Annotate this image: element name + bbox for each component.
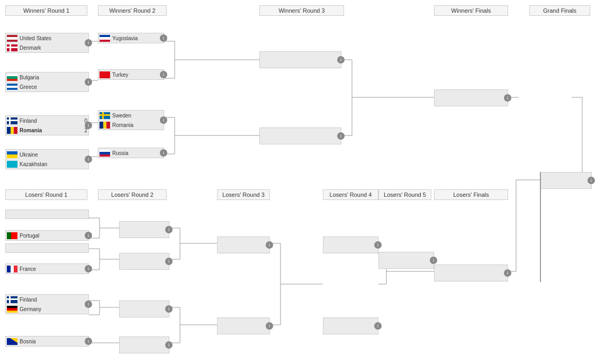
team-pt: Portugal xyxy=(6,231,88,240)
header-winners-r1: Winners' Round 1 xyxy=(5,5,87,16)
info-l2m4[interactable]: i xyxy=(165,341,173,349)
team-kz: Kazakhstan xyxy=(6,159,88,169)
team-name-ua: Ukraine xyxy=(20,152,87,158)
header-winners-finals: Winners' Finals xyxy=(434,5,508,16)
info-w1m1[interactable]: i xyxy=(85,39,92,47)
team-name-bg: Bulgaria xyxy=(20,75,87,80)
team-name-kz: Kazakhstan xyxy=(20,161,87,167)
flag-pt xyxy=(7,232,17,239)
header-winners-r2: Winners' Round 2 xyxy=(98,5,167,16)
info-l3m1[interactable]: i xyxy=(266,241,273,249)
team-ro: Romania 2 xyxy=(6,125,88,135)
flag-kz xyxy=(7,161,17,168)
bracket-container: Winners' Round 1 Winners' Round 2 Winner… xyxy=(0,0,596,364)
l5-match1: i xyxy=(378,252,434,269)
flag-gr xyxy=(7,84,17,90)
team-name-ro: Romania xyxy=(20,128,83,133)
w2-match2: Turkey i xyxy=(98,69,164,80)
info-w2m3[interactable]: i xyxy=(160,116,167,124)
w3-match1: i xyxy=(259,51,341,68)
team-tr: Turkey xyxy=(98,70,164,79)
flag-ro xyxy=(7,127,17,134)
team-name-us: United States xyxy=(20,35,87,41)
info-grand-finals[interactable]: i xyxy=(588,177,595,184)
header-grand-finals: Grand Finals xyxy=(529,5,590,16)
info-w2m1[interactable]: i xyxy=(160,34,167,42)
info-w2m4[interactable]: i xyxy=(160,149,167,157)
l1-match2: France i xyxy=(5,263,89,274)
l1-slot2 xyxy=(5,243,89,253)
info-w1m2[interactable]: i xyxy=(85,78,92,86)
info-l1m2[interactable]: i xyxy=(85,265,92,272)
team-name-ru: Russia xyxy=(112,150,162,156)
info-w1m3[interactable]: i xyxy=(85,122,92,129)
team-fi: Finland 0 xyxy=(6,116,88,125)
header-losers-r5: Losers' Round 5 xyxy=(378,189,431,200)
flag-tr xyxy=(100,71,110,78)
flag-ro2 xyxy=(100,122,110,129)
team-name-ba: Bosnia xyxy=(20,339,87,344)
team-name-fr: France xyxy=(20,266,87,272)
info-l2m3[interactable]: i xyxy=(165,305,173,313)
l2-match3: i xyxy=(119,301,169,317)
l2-match4: i xyxy=(119,336,169,353)
flag-fr xyxy=(7,266,17,272)
info-winners-finals[interactable]: i xyxy=(504,94,511,102)
l3-match2: i xyxy=(217,317,270,334)
team-us: United States xyxy=(6,33,88,43)
team-bg: Bulgaria xyxy=(6,72,88,82)
winners-finals: i xyxy=(434,89,508,106)
info-l3m2[interactable]: i xyxy=(266,322,273,330)
w1-match1: United States Denmark i xyxy=(5,33,89,53)
losers-bracket-right xyxy=(540,172,541,282)
info-l1m3[interactable]: i xyxy=(85,301,92,308)
header-losers-r3: Losers' Round 3 xyxy=(217,189,270,200)
team-name-fi: Finland xyxy=(20,118,83,124)
info-l4m1[interactable]: i xyxy=(374,241,382,249)
w1-match2: Bulgaria Greece i xyxy=(5,72,89,92)
info-losers-finals[interactable]: i xyxy=(504,269,511,277)
flag-dk xyxy=(7,44,17,51)
info-w1m4[interactable]: i xyxy=(85,156,92,163)
team-gr: Greece xyxy=(6,82,88,92)
flag-se xyxy=(100,112,110,119)
info-l2m1[interactable]: i xyxy=(165,226,173,233)
team-name-pt: Portugal xyxy=(20,233,87,239)
team-fr: France xyxy=(6,264,88,274)
info-l5m1[interactable]: i xyxy=(430,257,437,264)
flag-yu xyxy=(100,35,110,42)
team-ro2: Romania xyxy=(98,120,164,130)
losers-finals: i xyxy=(434,265,508,281)
team-name-tr: Turkey xyxy=(112,72,162,78)
team-name-gr: Greece xyxy=(20,84,87,90)
grand-finals: i xyxy=(540,172,592,189)
flag-ua xyxy=(7,151,17,158)
info-l4m2[interactable]: i xyxy=(374,322,382,330)
flag-de xyxy=(7,306,17,313)
info-w2m2[interactable]: i xyxy=(160,71,167,78)
team-name-se: Sweden xyxy=(112,113,162,119)
info-w3m2[interactable]: i xyxy=(337,132,345,140)
w1-match4: Ukraine Kazakhstan i xyxy=(5,149,89,169)
team-name-ro2: Romania xyxy=(112,122,162,128)
info-l1m4[interactable]: i xyxy=(85,338,92,345)
w2-match4: Russia i xyxy=(98,148,164,158)
l2-match2: i xyxy=(119,253,169,270)
header-losers-r1: Losers' Round 1 xyxy=(5,189,87,200)
team-ua: Ukraine xyxy=(6,150,88,159)
team-name-de: Germany xyxy=(20,306,87,312)
info-l2m2[interactable]: i xyxy=(165,258,173,265)
l4-match1: i xyxy=(323,236,378,253)
l3-match1: i xyxy=(217,236,270,253)
info-w3m1[interactable]: i xyxy=(337,56,345,63)
header-losers-r4: Losers' Round 4 xyxy=(323,189,378,200)
flag-fi2 xyxy=(7,296,17,303)
info-l1m1[interactable]: i xyxy=(85,232,92,239)
l1-match3: Finland Germany i xyxy=(5,294,89,314)
team-yu: Yugoslavia xyxy=(98,33,164,43)
team-name-yu: Yugoslavia xyxy=(112,35,162,41)
l4-match2: i xyxy=(323,317,378,334)
flag-ba xyxy=(7,338,17,345)
team-name-dk: Denmark xyxy=(20,45,87,51)
flag-us xyxy=(7,35,17,42)
